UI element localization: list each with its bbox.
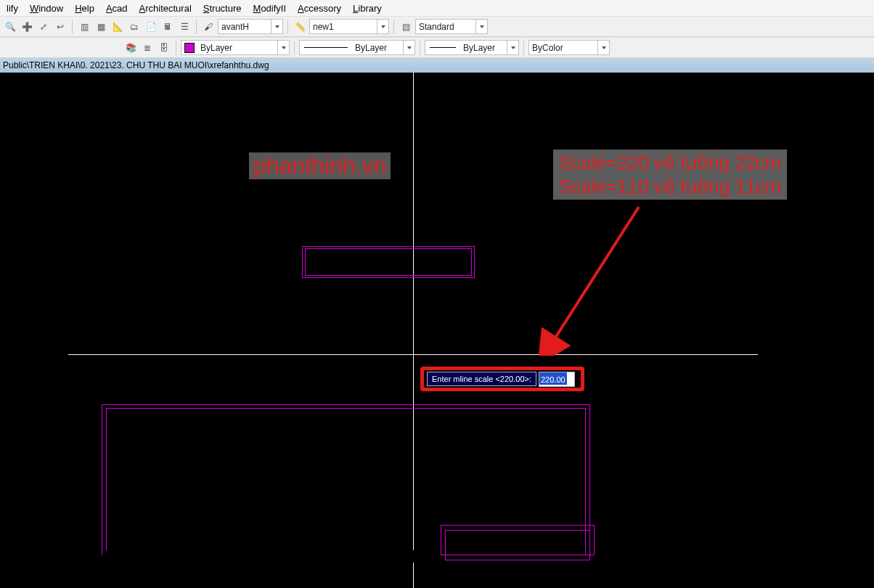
dim-style-dropdown[interactable]: new1 — [309, 19, 389, 34]
properties-icon[interactable]: ☰ — [177, 20, 192, 34]
chevron-down-icon — [475, 20, 487, 33]
sheet-set-icon[interactable]: 📄 — [144, 20, 158, 34]
color-swatch-icon — [184, 43, 195, 53]
chevron-down-icon — [277, 41, 289, 54]
menu-item-accessory[interactable]: Accessory — [294, 2, 345, 15]
menu-bar: lify Window Help Acad Architectural Stru… — [0, 0, 874, 16]
layer-icon[interactable]: 📚 — [123, 41, 138, 55]
line-preview-icon — [304, 47, 348, 48]
tool-palettes-icon[interactable]: 🗂 — [127, 20, 142, 34]
plot-color-dropdown[interactable]: ByColor — [528, 40, 610, 55]
toolbar-2: 📚 ≣ 🗄 ByLayer ByLayer ByLayer ByColor — [0, 37, 874, 58]
document-path: Public\TRIEN KHAI\0. 2021\23. CHU THU BA… — [3, 60, 269, 70]
layer-manager-icon[interactable]: 🗄 — [157, 41, 171, 55]
chevron-down-icon — [403, 41, 414, 54]
menu-item-window[interactable]: Window — [26, 2, 67, 15]
mask — [106, 550, 440, 558]
chevron-down-icon — [507, 41, 518, 54]
menu-item-modify2[interactable]: ModifyII — [250, 2, 290, 15]
design-center-icon[interactable]: 📐 — [110, 20, 125, 34]
drawing-viewport[interactable]: phanthinh.vn Scale=220 vẽ tường 22cm Sca… — [0, 73, 874, 588]
paint-icon[interactable]: 🖌 — [201, 20, 216, 34]
linetype-dropdown[interactable]: ByLayer — [299, 40, 415, 55]
annotation-arrow-icon — [537, 203, 682, 356]
zoom-in-icon[interactable]: ➕ — [20, 20, 34, 34]
text-style-dropdown[interactable]: avantH — [218, 19, 283, 34]
menu-item-help[interactable]: Help — [71, 2, 98, 15]
crosshair-horizontal — [68, 354, 758, 355]
zoom-window-icon[interactable]: ⤢ — [36, 20, 51, 34]
toolbar-1: 🔍 ➕ ⤢ ↩ ▥ ▦ 📐 🗂 📄 🖩 ☰ 🖌 avantH 📏 new1 ▤ … — [0, 16, 874, 37]
drawing-shape — [305, 248, 472, 276]
menu-item-modify[interactable]: lify — [3, 2, 22, 15]
menu-item-library[interactable]: Library — [349, 2, 385, 15]
menu-item-acad[interactable]: Acad — [102, 2, 131, 15]
svg-line-0 — [553, 207, 639, 341]
lineweight-dropdown[interactable]: ByLayer — [425, 40, 519, 55]
menu-item-structure[interactable]: Structure — [200, 2, 245, 15]
layer-dropdown[interactable]: ByLayer — [181, 40, 290, 55]
drawing-shape — [441, 525, 595, 555]
table-style-icon[interactable]: ▤ — [399, 20, 413, 34]
table-style-dropdown[interactable]: Standard — [415, 19, 488, 34]
chevron-down-icon — [377, 20, 388, 33]
dim-style-icon[interactable]: 📏 — [293, 20, 307, 34]
command-prompt-label: Enter mline scale <220.00>: — [427, 372, 536, 386]
zoom-previous-icon[interactable]: ↩ — [53, 20, 68, 34]
chevron-down-icon — [597, 41, 609, 54]
ribbon-icon[interactable]: ▥ — [77, 20, 91, 34]
document-path-bar: Public\TRIEN KHAI\0. 2021\23. CHU THU BA… — [0, 58, 874, 73]
calculator-icon[interactable]: 🖩 — [160, 20, 175, 34]
dynamic-input-frame: Enter mline scale <220.00>: 220.00 — [420, 367, 584, 391]
layer-states-icon[interactable]: ≣ — [140, 41, 155, 55]
annotation-note: Scale=220 vẽ tường 22cm Scale=110 vẽ tườ… — [553, 150, 787, 200]
grid-icon[interactable]: ▦ — [94, 20, 108, 34]
chevron-down-icon — [271, 20, 282, 33]
watermark-text: phanthinh.vn — [249, 152, 391, 179]
command-input[interactable]: 220.00 — [539, 372, 575, 387]
menu-item-architectural[interactable]: Architectural — [136, 2, 195, 15]
zoom-realtime-icon[interactable]: 🔍 — [3, 20, 17, 34]
line-preview-icon — [430, 47, 456, 48]
